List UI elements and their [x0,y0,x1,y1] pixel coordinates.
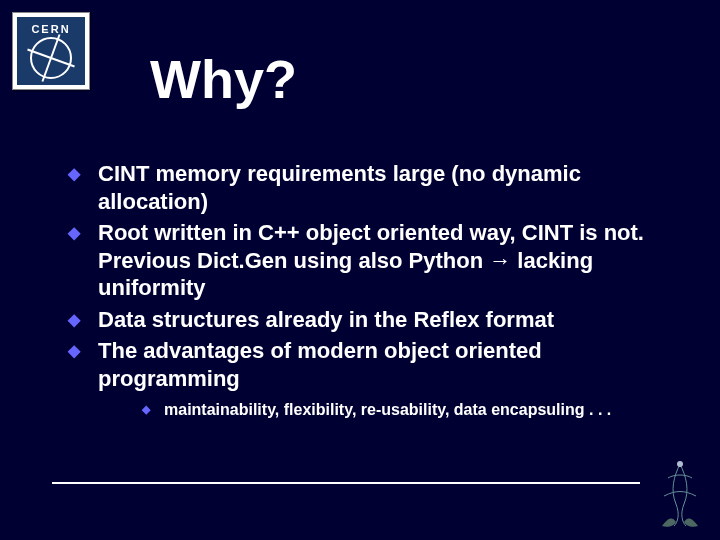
cern-logo: CERN [12,12,90,90]
svg-point-0 [677,461,683,467]
footer-divider [52,482,640,484]
slide: CERN Why? CINT memory requirements large… [0,0,720,540]
cern-logo-text: CERN [31,23,70,35]
bullet-text: The advantages of modern object oriented… [98,338,542,391]
bullet-list: CINT memory requirements large (no dynam… [60,160,680,421]
bullet-item: Root written in C++ object oriented way,… [60,219,680,302]
sub-bullet-item: maintainability, flexibility, re-usabili… [136,400,680,421]
sub-bullet-text: maintainability, flexibility, re-usabili… [164,401,611,418]
slide-content: CINT memory requirements large (no dynam… [60,160,680,425]
sub-bullet-list: maintainability, flexibility, re-usabili… [98,400,680,421]
cern-logo-ring-icon [30,37,72,79]
bullet-item: Data structures already in the Reflex fo… [60,306,680,334]
bullet-item: The advantages of modern object oriented… [60,337,680,421]
bullet-text: CINT memory requirements large (no dynam… [98,161,581,214]
bullet-item: CINT memory requirements large (no dynam… [60,160,680,215]
bullet-text: Data structures already in the Reflex fo… [98,307,554,332]
cern-logo-inner: CERN [17,17,85,85]
corner-graphic-icon [654,456,706,528]
slide-title: Why? [150,48,297,110]
bullet-text: Root written in C++ object oriented way,… [98,220,644,300]
